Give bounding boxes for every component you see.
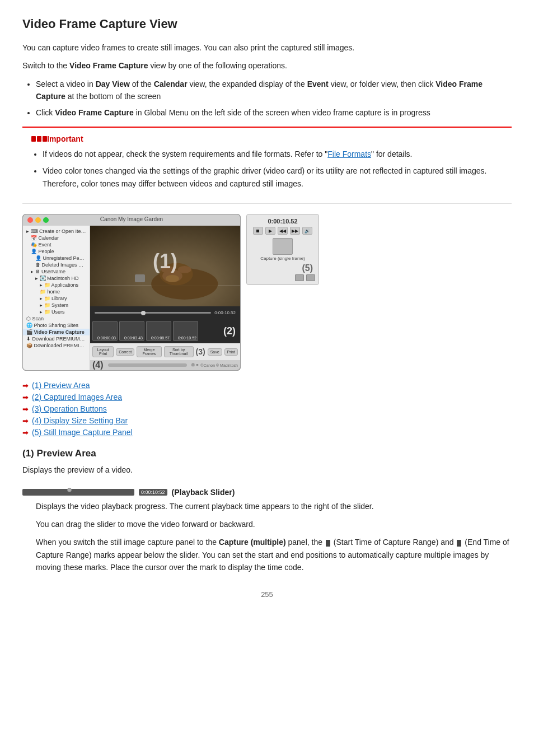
svg-rect-0 bbox=[31, 136, 36, 142]
main-screenshot: Canon My Image Garden ▸ ⌨ Create or Open… bbox=[22, 214, 241, 371]
important-box: Important If videos do not appear, check… bbox=[22, 127, 512, 204]
nav-link-5: ➡ (5) Still Image Capture Panel bbox=[22, 428, 512, 437]
pb-desc-3: When you switch the still image capture … bbox=[36, 536, 512, 573]
nav-arrow-3: ➡ bbox=[22, 405, 29, 413]
pb-desc-2: You can drag the slider to move the vide… bbox=[36, 518, 512, 530]
save-btn[interactable]: Save bbox=[208, 348, 222, 356]
important-item-2: Video color tones changed via the settin… bbox=[43, 165, 503, 190]
playback-slider[interactable] bbox=[95, 312, 211, 314]
size-slider[interactable] bbox=[108, 363, 188, 367]
end-capture-mark bbox=[457, 540, 461, 547]
scp-play-btn[interactable]: ▶ bbox=[265, 227, 275, 235]
video-panel: (1) 0:00:10.52 0:00:00.03 0:00:03.43 0:0… bbox=[90, 226, 240, 370]
link-preview-area[interactable]: (1) Preview Area bbox=[32, 381, 90, 390]
nav-arrow-2: ➡ bbox=[22, 393, 29, 402]
scp-icon2[interactable] bbox=[306, 274, 315, 281]
file-formats-link[interactable]: File Formats bbox=[327, 150, 371, 158]
nav-links: ➡ (1) Preview Area ➡ (2) Captured Images… bbox=[22, 381, 512, 437]
merge-frames-btn[interactable]: Merge Frames bbox=[137, 346, 161, 357]
start-capture-mark bbox=[326, 540, 330, 547]
pb-desc-block: Displays the video playback progress. Th… bbox=[36, 500, 512, 574]
playback-time: 0:00:10.52 bbox=[214, 310, 236, 315]
scp-capture-label: Capture (single frame) bbox=[250, 256, 315, 261]
label-3: (3) bbox=[196, 347, 205, 356]
sidebar-item-library: ▸ 📁 Library bbox=[23, 295, 90, 302]
sidebar-item-event: 🎭 Event bbox=[23, 241, 90, 248]
sidebar-item-users: ▸ 📁 Users bbox=[23, 309, 90, 315]
titlebar: Canon My Image Garden bbox=[23, 214, 240, 226]
bottom-icons: ⊞ ≡ bbox=[191, 363, 198, 367]
sidebar-item-video-capture: 🎬 Video Frame Capture bbox=[23, 329, 90, 335]
svg-point-8 bbox=[166, 275, 179, 282]
scp-rew-btn[interactable]: ◀◀ bbox=[278, 227, 288, 235]
playback-slider-label-text: (Playback Slider) bbox=[172, 488, 235, 497]
intro2-bold: Video Frame Capture bbox=[69, 61, 148, 70]
bottom-info: ©Canon ® Macintosh bbox=[200, 363, 238, 367]
screenshot-inner: ▸ ⌨ Create or Open Items 📅 Calendar 🎭 Ev… bbox=[23, 226, 240, 370]
sidebar-item-username: ▸ 🖥 UserName bbox=[23, 268, 90, 275]
link-captured-images-area[interactable]: (2) Captured Images Area bbox=[32, 393, 122, 402]
scp-stop-btn[interactable]: ⏹ bbox=[253, 227, 263, 235]
link-still-image-panel[interactable]: (5) Still Image Capture Panel bbox=[32, 428, 133, 437]
sidebar-item-home: 📁 home bbox=[23, 288, 90, 295]
pb-desc-1: Displays the video playback progress. Th… bbox=[36, 500, 512, 512]
page-number: 255 bbox=[261, 590, 273, 599]
thumb-1[interactable]: 0:00:03.43 bbox=[119, 321, 144, 341]
page-footer: 255 bbox=[22, 590, 512, 599]
scp-bottom-icons bbox=[250, 274, 315, 281]
minimize-dot bbox=[35, 217, 41, 223]
intro-para-1: You can capture video frames to create s… bbox=[22, 41, 512, 54]
screenshot-area: Canon My Image Garden ▸ ⌨ Create or Open… bbox=[22, 214, 512, 371]
slider-time-badge: 0:00:10:52 bbox=[139, 489, 167, 496]
window-title: Canon My Image Garden bbox=[100, 216, 163, 222]
link-operation-buttons[interactable]: (3) Operation Buttons bbox=[32, 404, 107, 413]
nav-link-3: ➡ (3) Operation Buttons bbox=[22, 404, 512, 413]
nav-arrow-4: ➡ bbox=[22, 417, 29, 425]
close-dot bbox=[27, 217, 33, 223]
important-title: Important bbox=[31, 134, 503, 143]
scp-vol-btn[interactable]: 🔊 bbox=[302, 227, 312, 235]
link-display-size-bar[interactable]: (4) Display Size Setting Bar bbox=[32, 416, 128, 425]
sidebar-item-people: 👤 People bbox=[23, 248, 90, 255]
sidebar-item-calendar: 📅 Calendar bbox=[23, 235, 90, 241]
bottom-bar: (4) ⊞ ≡ ©Canon ® Macintosh bbox=[90, 360, 240, 370]
svg-rect-2 bbox=[43, 136, 47, 142]
sort-by-btn[interactable]: Sort by Thumbnail bbox=[164, 346, 194, 357]
intro2-rest: view by one of the following operations. bbox=[148, 61, 287, 70]
sidebar-item-system: ▸ 📁 System bbox=[23, 302, 90, 309]
bullet-item-2: Click Video Frame Capture in Global Menu… bbox=[36, 106, 512, 119]
print-btn[interactable]: Print bbox=[224, 348, 238, 356]
thumb-0[interactable]: 0:00:00.03 bbox=[92, 321, 118, 341]
video-preview: (1) bbox=[90, 226, 240, 306]
thumb-2[interactable]: 0:00:08.57 bbox=[146, 321, 171, 341]
scp-ff-btn[interactable]: ▶▶ bbox=[290, 227, 300, 235]
screenshot-side: 0:00:10.52 ⏹ ▶ ◀◀ ▶▶ 🔊 Capture (single f… bbox=[246, 214, 319, 285]
sidebar-item-download-premium: ⬇ Download PREMIUM Contents bbox=[23, 335, 90, 342]
correct-btn[interactable]: Correct bbox=[116, 348, 134, 356]
thumb-3[interactable]: 0:00:10.52 bbox=[173, 321, 198, 341]
page-title: Video Frame Capture View bbox=[22, 17, 512, 31]
sidebar-panel: ▸ ⌨ Create or Open Items 📅 Calendar 🎭 Ev… bbox=[23, 226, 90, 370]
label-1: (1) bbox=[153, 250, 177, 273]
scp-icon1[interactable] bbox=[295, 274, 304, 281]
sidebar-item-scan: ⬡ Scan bbox=[23, 315, 90, 322]
slider-thumb bbox=[141, 311, 146, 315]
intro-bullets: Select a video in Day View of the Calend… bbox=[36, 78, 512, 119]
svg-rect-1 bbox=[37, 136, 41, 142]
sidebar-item-macintosh: ▸ 💽 Macintosh HD bbox=[23, 275, 90, 282]
layout-print-btn[interactable]: Layout Print bbox=[92, 346, 114, 357]
op-buttons: Layout Print Correct Merge Frames Sort b… bbox=[90, 343, 240, 360]
sidebar-item-downloaded-premium: 📦 Downloaded PREMIUM Contents bbox=[23, 342, 90, 349]
scp-capture-icon bbox=[273, 238, 293, 255]
intro2-text: Switch to the bbox=[22, 61, 69, 70]
important-icon bbox=[31, 134, 47, 143]
thumbnails-strip: 0:00:00.03 0:00:03.43 0:00:08.57 0:00:10… bbox=[90, 319, 240, 343]
important-list: If videos do not appear, check the syste… bbox=[43, 148, 503, 190]
bullet-item-1: Select a video in Day View of the Calend… bbox=[36, 78, 512, 103]
still-capture-panel: 0:00:10.52 ⏹ ▶ ◀◀ ▶▶ 🔊 Capture (single f… bbox=[246, 214, 319, 285]
nav-link-2: ➡ (2) Captured Images Area bbox=[22, 393, 512, 402]
sidebar-item-deleted: 🗑 Deleted Images of People bbox=[23, 262, 90, 268]
scp-capture-area: Capture (single frame) bbox=[250, 238, 315, 261]
preview-area-desc: Displays the preview of a video. bbox=[22, 464, 512, 476]
nav-link-4: ➡ (4) Display Size Setting Bar bbox=[22, 416, 512, 425]
